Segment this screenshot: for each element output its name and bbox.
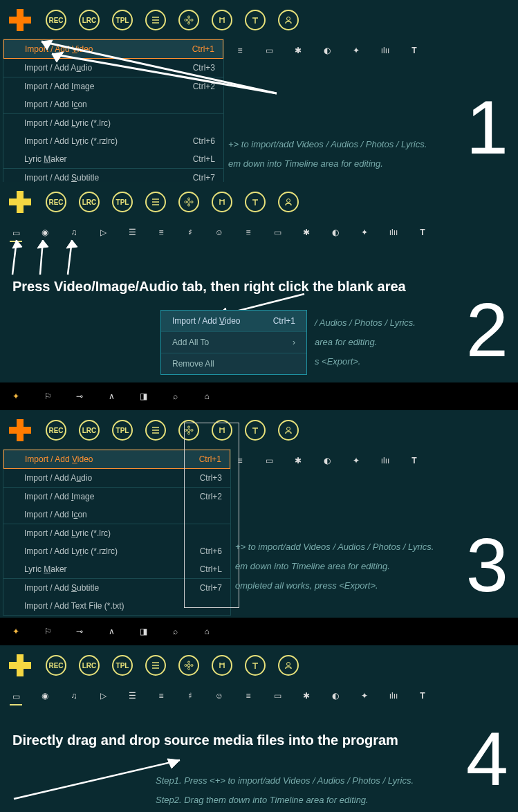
wave-icon[interactable]: ılıı [379, 454, 391, 467]
add-button[interactable] [7, 652, 33, 679]
puzzle-icon[interactable]: ✦ [350, 44, 362, 57]
text-button[interactable] [245, 655, 266, 676]
arrow-tabs [7, 236, 97, 284]
add-button[interactable] [7, 417, 33, 443]
contrast-icon[interactable]: ◐ [321, 44, 333, 57]
text-button[interactable] [245, 420, 266, 441]
menu-item[interactable]: Import / Add Text File (*.txt) [3, 597, 230, 615]
main-toolbar: REC LRC TPL [0, 182, 518, 222]
contrast-tab[interactable]: ◐ [329, 690, 342, 702]
sparkle-icon[interactable]: ✱ [292, 454, 304, 467]
text-button[interactable] [245, 192, 266, 212]
layers-tab[interactable]: ☰ [126, 690, 138, 702]
panel-icon[interactable]: ◨ [137, 625, 149, 638]
music-tab[interactable]: ♫ [68, 690, 80, 702]
puzzle-icon[interactable]: ✦ [350, 454, 362, 467]
wand-icon[interactable]: ✦ [10, 390, 22, 403]
lrc-button[interactable]: LRC [79, 420, 100, 441]
flag-icon[interactable]: ⚐ [41, 390, 54, 403]
svg-point-17 [287, 427, 290, 431]
contrast-icon[interactable]: ◐ [321, 454, 333, 467]
menu-item[interactable]: Import / Add VideoCtrl+1 [3, 450, 230, 469]
key-icon[interactable]: ⊸ [73, 625, 86, 638]
music-button[interactable] [212, 655, 232, 676]
svg-point-10 [191, 201, 193, 203]
tpl-button[interactable]: TPL [112, 420, 133, 441]
shirt-icon[interactable]: ⌂ [201, 625, 213, 638]
tpl-button[interactable]: TPL [112, 655, 133, 676]
context-menu-item[interactable]: Import / Add VideoCtrl+1 [161, 311, 306, 331]
add-button[interactable] [7, 189, 33, 215]
wand-icon[interactable]: ✦ [10, 625, 22, 638]
clip-tab[interactable]: ▷ [97, 226, 109, 239]
tpl-button[interactable]: TPL [112, 192, 133, 212]
shirt-icon[interactable]: ⌂ [201, 390, 213, 403]
peak-icon[interactable]: ∧ [105, 625, 118, 638]
bars-tab[interactable]: ≡ [242, 690, 255, 702]
menu-item[interactable]: Import / Add Lyric (*.lrc) [3, 524, 230, 542]
menu-item[interactable]: Import / Add AudioCtrl+3 [3, 469, 230, 487]
rec-button[interactable]: REC [46, 655, 66, 676]
flower-button[interactable] [178, 192, 199, 212]
battery-tab[interactable]: ▭ [271, 690, 284, 702]
main-toolbar: REC LRC TPL [0, 410, 518, 450]
T-tab[interactable]: T [416, 690, 429, 702]
person-button[interactable] [278, 10, 299, 30]
list-tab[interactable]: ≡ [155, 226, 167, 239]
list-button[interactable] [145, 192, 166, 212]
battery-tab[interactable]: ▭ [271, 226, 284, 239]
lrc-button[interactable]: LRC [79, 192, 100, 212]
rec-button[interactable]: REC [46, 192, 66, 212]
flower-button[interactable] [178, 420, 199, 441]
bars-icon[interactable]: ≡ [234, 454, 246, 467]
contrast-tab[interactable]: ◐ [329, 226, 342, 239]
list-tab[interactable]: ≡ [155, 690, 167, 702]
layers-tab[interactable]: ☰ [126, 226, 138, 239]
context-menu-item[interactable]: Remove All [161, 353, 306, 374]
menu-item[interactable]: Import / Add Lyric (*.rzlrc)Ctrl+6 [3, 542, 230, 560]
flag-icon[interactable]: ⚐ [41, 625, 54, 638]
list-button[interactable] [145, 420, 166, 441]
T-icon[interactable]: T [408, 44, 420, 57]
menu-item[interactable]: Import / Add ImageCtrl+2 [3, 488, 230, 506]
music-button[interactable] [212, 420, 232, 441]
note-tab[interactable]: ♯ [184, 690, 196, 702]
menu-item[interactable]: Lyric MakerCtrl+L [3, 560, 230, 578]
sparkle-tab[interactable]: ✱ [300, 226, 313, 239]
T-tab[interactable]: T [416, 226, 429, 239]
search-icon[interactable]: ⌕ [169, 625, 181, 638]
rec-button[interactable]: REC [46, 420, 66, 441]
puzzle-tab[interactable]: ✦ [358, 226, 371, 239]
search-icon[interactable]: ⌕ [169, 390, 181, 403]
smile-tab[interactable]: ☺ [213, 226, 225, 239]
clip-tab[interactable]: ▷ [97, 690, 109, 702]
person-button[interactable] [278, 655, 299, 676]
video-tab[interactable]: ▭ [10, 686, 22, 705]
lrc-button[interactable]: LRC [79, 655, 100, 676]
person-button[interactable] [278, 192, 299, 212]
sparkle-icon[interactable]: ✱ [292, 44, 304, 57]
smile-tab[interactable]: ☺ [213, 690, 225, 702]
wave-tab[interactable]: ılıı [387, 226, 400, 239]
menu-item[interactable]: Import / Add Icon [3, 506, 230, 524]
camera-tab[interactable]: ◉ [39, 690, 51, 702]
bars-tab[interactable]: ≡ [242, 226, 255, 239]
panel-icon[interactable]: ◨ [137, 390, 149, 403]
battery-icon[interactable]: ▭ [263, 454, 275, 467]
sparkle-tab[interactable]: ✱ [300, 690, 313, 702]
panel-number: 4 [466, 714, 508, 802]
svg-point-6 [187, 201, 190, 203]
menu-item[interactable]: Import / Add SubtitleCtrl+7 [3, 579, 230, 597]
puzzle-tab[interactable]: ✦ [358, 690, 371, 702]
peak-icon[interactable]: ∧ [105, 390, 118, 403]
context-menu-item[interactable]: Add All To› [161, 332, 306, 353]
list-button[interactable] [145, 655, 166, 676]
flower-button[interactable] [178, 655, 199, 676]
note-tab[interactable]: ♯ [184, 226, 196, 239]
music-button[interactable] [212, 192, 232, 212]
wave-icon[interactable]: ılıı [379, 44, 391, 57]
T-icon[interactable]: T [408, 454, 420, 467]
key-icon[interactable]: ⊸ [73, 390, 86, 403]
person-button[interactable] [278, 420, 299, 441]
wave-tab[interactable]: ılıı [387, 690, 400, 702]
